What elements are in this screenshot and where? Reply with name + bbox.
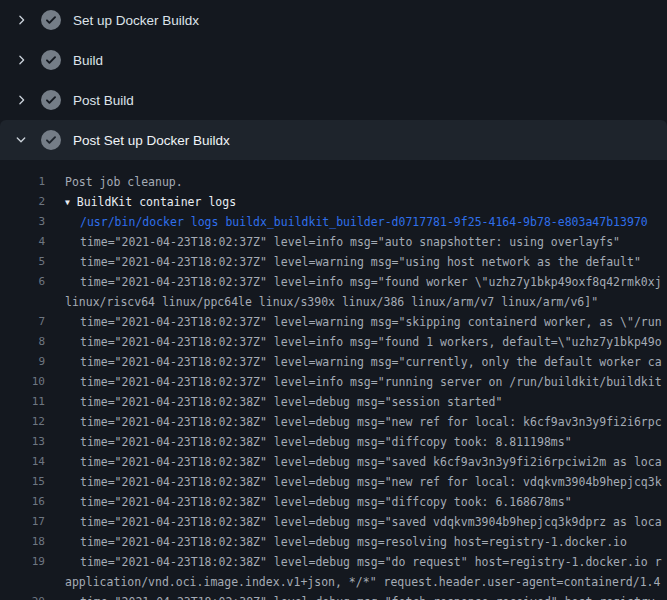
log-line[interactable]: 19time="2021-04-23T18:02:38Z" level=debu… <box>0 552 667 572</box>
line-number <box>0 292 45 312</box>
log-text: time="2021-04-23T18:02:38Z" level=debug … <box>45 592 667 600</box>
log-text: time="2021-04-23T18:02:37Z" level=info m… <box>45 332 667 352</box>
log-line[interactable]: 12time="2021-04-23T18:02:38Z" level=debu… <box>0 412 667 432</box>
line-number[interactable]: 19 <box>0 552 45 572</box>
step-row-4[interactable]: Post Set up Docker Buildx <box>0 120 667 160</box>
chevron-right-icon[interactable] <box>13 12 29 28</box>
line-number[interactable]: 8 <box>0 332 45 352</box>
log-line[interactable]: 13time="2021-04-23T18:02:38Z" level=debu… <box>0 432 667 452</box>
group-label: BuildKit container logs <box>77 195 236 209</box>
chevron-down-icon[interactable] <box>13 132 29 148</box>
log-text: time="2021-04-23T18:02:37Z" level=warnin… <box>45 352 667 372</box>
step-title: Post Build <box>73 93 134 108</box>
step-title: Set up Docker Buildx <box>73 13 199 28</box>
line-number[interactable]: 6 <box>0 272 45 292</box>
step-row-3[interactable]: Post Build <box>0 80 667 120</box>
log-line[interactable]: 18time="2021-04-23T18:02:38Z" level=debu… <box>0 532 667 552</box>
step-row-1[interactable]: Set up Docker Buildx <box>0 0 667 40</box>
log-text: time="2021-04-23T18:02:38Z" level=debug … <box>45 552 667 572</box>
line-number[interactable]: 15 <box>0 472 45 492</box>
line-number[interactable]: 5 <box>0 252 45 272</box>
line-number[interactable]: 2 <box>0 192 45 212</box>
log-text: time="2021-04-23T18:02:38Z" level=debug … <box>45 512 667 532</box>
chevron-right-icon[interactable] <box>13 52 29 68</box>
line-number[interactable]: 13 <box>0 432 45 452</box>
log-text: linux/riscv64 linux/ppc64le linux/s390x … <box>45 292 667 312</box>
log-line[interactable]: 3/usr/bin/docker logs buildx_buildkit_bu… <box>0 212 667 232</box>
log-line[interactable]: 14time="2021-04-23T18:02:38Z" level=debu… <box>0 452 667 472</box>
log-text: time="2021-04-23T18:02:37Z" level=warnin… <box>45 312 667 332</box>
log-line[interactable]: 11time="2021-04-23T18:02:38Z" level=debu… <box>0 392 667 412</box>
line-number[interactable]: 3 <box>0 212 45 232</box>
line-number[interactable]: 9 <box>0 352 45 372</box>
log-line[interactable]: 10time="2021-04-23T18:02:37Z" level=info… <box>0 372 667 392</box>
log-lines: 1Post job cleanup.2▼BuildKit container l… <box>0 160 667 600</box>
line-number[interactable]: 14 <box>0 452 45 472</box>
log-text: Post job cleanup. <box>45 172 667 192</box>
line-number[interactable]: 4 <box>0 232 45 252</box>
check-circle-icon <box>41 10 61 30</box>
log-text: time="2021-04-23T18:02:37Z" level=info m… <box>45 232 667 252</box>
check-circle-icon <box>41 90 61 110</box>
line-number[interactable]: 11 <box>0 392 45 412</box>
line-number[interactable]: 17 <box>0 512 45 532</box>
line-number <box>0 572 45 592</box>
log-text: ▼BuildKit container logs <box>45 192 667 212</box>
log-text: time="2021-04-23T18:02:37Z" level=warnin… <box>45 252 667 272</box>
line-number[interactable]: 12 <box>0 412 45 432</box>
log-text: time="2021-04-23T18:02:38Z" level=debug … <box>45 452 667 472</box>
log-line[interactable]: 17time="2021-04-23T18:02:38Z" level=debu… <box>0 512 667 532</box>
log-line[interactable]: 4time="2021-04-23T18:02:37Z" level=info … <box>0 232 667 252</box>
log-line[interactable]: 20time="2021-04-23T18:02:38Z" level=debu… <box>0 592 667 600</box>
line-number[interactable]: 20 <box>0 592 45 600</box>
log-line[interactable]: 5time="2021-04-23T18:02:37Z" level=warni… <box>0 252 667 272</box>
log-text: time="2021-04-23T18:02:38Z" level=debug … <box>45 472 667 492</box>
log-line[interactable]: 8time="2021-04-23T18:02:37Z" level=info … <box>0 332 667 352</box>
log-text: application/vnd.oci.image.index.v1+json,… <box>45 572 667 592</box>
log-line[interactable]: 15time="2021-04-23T18:02:38Z" level=debu… <box>0 472 667 492</box>
log-line[interactable]: 9time="2021-04-23T18:02:37Z" level=warni… <box>0 352 667 372</box>
log-line[interactable]: application/vnd.oci.image.index.v1+json,… <box>0 572 667 592</box>
chevron-right-icon[interactable] <box>13 92 29 108</box>
log-text: time="2021-04-23T18:02:38Z" level=debug … <box>45 492 667 512</box>
log-text: time="2021-04-23T18:02:38Z" level=debug … <box>45 392 667 412</box>
steps-list: Set up Docker BuildxBuildPost BuildPost … <box>0 0 667 160</box>
line-number[interactable]: 1 <box>0 172 45 192</box>
log-line[interactable]: 16time="2021-04-23T18:02:38Z" level=debu… <box>0 492 667 512</box>
line-number[interactable]: 18 <box>0 532 45 552</box>
log-line[interactable]: 6time="2021-04-23T18:02:37Z" level=info … <box>0 272 667 292</box>
check-circle-icon <box>41 130 61 150</box>
log-text: time="2021-04-23T18:02:38Z" level=debug … <box>45 412 667 432</box>
log-line[interactable]: linux/riscv64 linux/ppc64le linux/s390x … <box>0 292 667 312</box>
log-line[interactable]: 1Post job cleanup. <box>0 172 667 192</box>
group-expand-triangle-icon[interactable]: ▼ <box>65 193 70 212</box>
log-text: time="2021-04-23T18:02:37Z" level=info m… <box>45 272 667 292</box>
step-title: Post Set up Docker Buildx <box>73 133 230 148</box>
step-row-2[interactable]: Build <box>0 40 667 80</box>
log-command-text: /usr/bin/docker logs buildx_buildkit_bui… <box>45 212 667 232</box>
log-text: time="2021-04-23T18:02:38Z" level=debug … <box>45 532 667 552</box>
check-circle-icon <box>41 50 61 70</box>
log-text: time="2021-04-23T18:02:37Z" level=info m… <box>45 372 667 392</box>
step-title: Build <box>73 53 103 68</box>
log-text: time="2021-04-23T18:02:38Z" level=debug … <box>45 432 667 452</box>
log-line[interactable]: 7time="2021-04-23T18:02:37Z" level=warni… <box>0 312 667 332</box>
line-number[interactable]: 16 <box>0 492 45 512</box>
log-line[interactable]: 2▼BuildKit container logs <box>0 192 667 212</box>
line-number[interactable]: 10 <box>0 372 45 392</box>
line-number[interactable]: 7 <box>0 312 45 332</box>
